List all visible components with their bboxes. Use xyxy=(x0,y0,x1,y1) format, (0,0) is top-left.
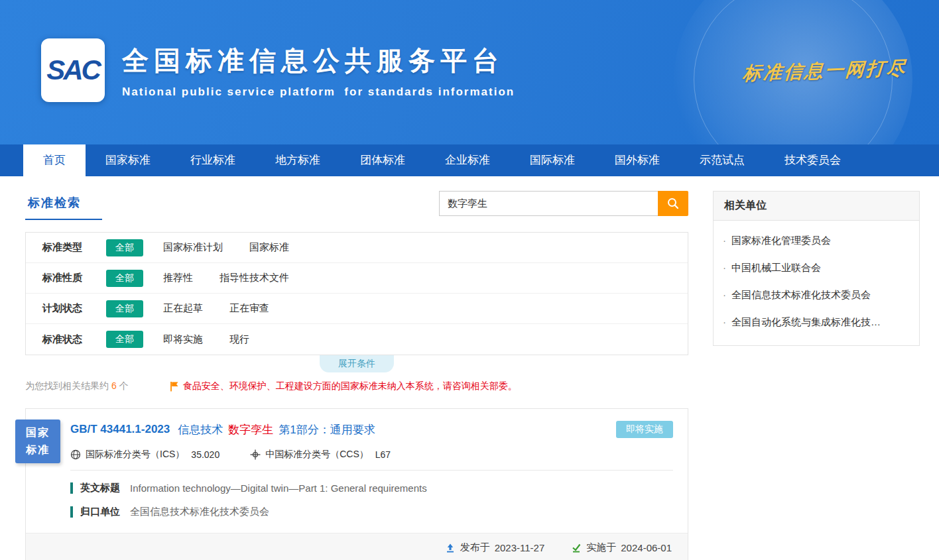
department-row: 归口单位 全国信息技术标准化技术委员会 xyxy=(70,506,673,518)
tab-standard-search[interactable]: 标准检索 xyxy=(25,191,102,220)
related-unit-link[interactable]: 国家标准化管理委员会 xyxy=(714,227,919,254)
search-input[interactable] xyxy=(439,191,658,216)
title-segment: 信息技术 xyxy=(178,423,223,436)
department-value: 全国信息技术标准化技术委员会 xyxy=(130,506,269,518)
filter-all-button[interactable]: 全部 xyxy=(106,239,143,256)
filter-panel: 标准类型 全部 国家标准计划 国家标准 标准性质 全部 推荐性 指导性技术文件 … xyxy=(25,232,688,355)
result-card: 国家 标准 GB/T 43441.1-2023 信息技术数字孪生第1部分：通用要… xyxy=(25,408,688,560)
site-title: 全国标准信息公共服务平台 xyxy=(122,42,515,79)
site-subtitle: National public service platform for sta… xyxy=(122,85,515,99)
filter-label: 标准性质 xyxy=(42,272,106,284)
filter-label: 标准类型 xyxy=(42,241,106,254)
standard-type-badge: 国家 标准 xyxy=(15,420,60,463)
notice-text: 食品安全、环境保护、工程建设方面的国家标准未纳入本系统，请咨询相关部委。 xyxy=(183,380,517,392)
filter-option[interactable]: 推荐性 xyxy=(163,272,193,284)
nav-item-international-standards[interactable]: 国际标准 xyxy=(510,144,595,176)
nav-item-industry-standards[interactable]: 行业标准 xyxy=(170,144,255,176)
result-count-prefix: 为您找到相关结果约 xyxy=(25,380,109,391)
search-button[interactable] xyxy=(658,191,688,216)
english-title-row: 英文标题 Information technology—Digital twin… xyxy=(70,482,673,494)
filter-row-standard-type: 标准类型 全部 国家标准计划 国家标准 xyxy=(26,233,688,263)
department-label: 归口单位 xyxy=(80,506,120,518)
badge-line-1: 国家 xyxy=(26,424,50,441)
filter-label: 计划状态 xyxy=(42,302,106,315)
implement-label: 实施于 xyxy=(586,541,616,554)
implement-date-item: 实施于 2024-06-01 xyxy=(571,541,672,554)
main-nav: 首页 国家标准 行业标准 地方标准 团体标准 企业标准 国际标准 国外标准 示范… xyxy=(0,144,939,176)
filter-row-standard-nature: 标准性质 全部 推荐性 指导性技术文件 xyxy=(26,263,688,294)
english-title-label: 英文标题 xyxy=(80,482,120,494)
result-count-suffix: 个 xyxy=(119,380,129,391)
search-term-highlight: 数字孪生 xyxy=(228,423,273,436)
publish-date-item: 发布于 2023-11-27 xyxy=(445,541,545,554)
implement-check-icon xyxy=(571,543,582,553)
english-title-value: Information technology—Digital twin—Part… xyxy=(130,482,427,494)
filter-row-plan-status: 计划状态 全部 正在起草 正在审查 xyxy=(26,294,688,324)
filter-row-standard-status: 标准状态 全部 即将实施 现行 xyxy=(26,324,688,355)
result-count: 为您找到相关结果约6个 xyxy=(25,380,129,392)
implement-date: 2024-06-01 xyxy=(621,542,672,553)
filter-all-button[interactable]: 全部 xyxy=(106,300,143,317)
filter-option[interactable]: 正在起草 xyxy=(163,302,203,315)
filter-all-button[interactable]: 全部 xyxy=(106,270,143,287)
filter-option[interactable]: 国家标准 xyxy=(249,241,289,254)
title-segment: 第1部分：通用要求 xyxy=(279,423,375,436)
ccs-label: 中国标准分类号（CCS） xyxy=(265,449,369,461)
nav-item-enterprise-standards[interactable]: 企业标准 xyxy=(425,144,510,176)
nav-item-national-standards[interactable]: 国家标准 xyxy=(86,144,170,176)
publish-label: 发布于 xyxy=(460,541,490,554)
filter-option[interactable]: 指导性技术文件 xyxy=(219,272,289,284)
ics-value: 35.020 xyxy=(191,449,219,460)
related-unit-link[interactable]: 中国机械工业联合会 xyxy=(714,254,919,282)
system-notice: 食品安全、环境保护、工程建设方面的国家标准未纳入本系统，请咨询相关部委。 xyxy=(170,380,517,392)
ics-label: 国际标准分类号（ICS） xyxy=(86,449,184,461)
search-icon xyxy=(666,197,680,210)
filter-label: 标准状态 xyxy=(42,333,106,346)
standard-code-link[interactable]: GB/T 43441.1-2023 xyxy=(70,423,170,436)
sac-logo-text: SAC xyxy=(46,54,99,86)
related-units-list: 国家标准化管理委员会 中国机械工业联合会 全国信息技术标准化技术委员会 全国自动… xyxy=(714,221,919,345)
status-badge: 即将实施 xyxy=(616,421,673,438)
globe-icon xyxy=(70,449,81,460)
nav-item-local-standards[interactable]: 地方标准 xyxy=(255,144,340,176)
filter-all-button[interactable]: 全部 xyxy=(106,331,143,348)
related-units-panel: 相关单位 国家标准化管理委员会 中国机械工业联合会 全国信息技术标准化技术委员会… xyxy=(713,191,920,346)
nav-item-foreign-standards[interactable]: 国外标准 xyxy=(595,144,680,176)
search-box xyxy=(439,191,688,216)
nav-item-technical-committee[interactable]: 技术委员会 xyxy=(765,144,861,176)
related-unit-link[interactable]: 全国信息技术标准化技术委员会 xyxy=(714,282,919,309)
related-units-title: 相关单位 xyxy=(714,192,919,221)
publish-date: 2023-11-27 xyxy=(495,542,545,553)
result-count-number: 6 xyxy=(111,380,117,391)
classification-icon xyxy=(250,449,261,460)
filter-option[interactable]: 正在审查 xyxy=(229,302,269,315)
standard-title-link[interactable]: 信息技术数字孪生第1部分：通用要求 xyxy=(178,422,380,437)
filter-option[interactable]: 现行 xyxy=(229,333,249,346)
ccs-value: L67 xyxy=(375,449,391,460)
result-card-footer: 发布于 2023-11-27 实施于 2024-06-01 xyxy=(26,533,688,560)
filter-option[interactable]: 即将实施 xyxy=(163,333,203,346)
flag-icon xyxy=(170,381,179,392)
sac-logo: SAC xyxy=(41,38,105,102)
related-unit-link[interactable]: 全国自动化系统与集成标准化技… xyxy=(714,309,919,336)
badge-line-2: 标准 xyxy=(26,441,50,459)
accent-bar xyxy=(70,506,73,518)
publish-icon xyxy=(445,543,456,553)
accent-bar xyxy=(70,482,73,494)
nav-item-pilot-demonstration[interactable]: 示范试点 xyxy=(680,144,765,176)
site-header: SAC 全国标准信息公共服务平台 National public service… xyxy=(0,0,939,144)
nav-item-group-standards[interactable]: 团体标准 xyxy=(340,144,425,176)
filter-option[interactable]: 国家标准计划 xyxy=(163,241,223,254)
nav-item-home[interactable]: 首页 xyxy=(23,144,86,176)
expand-conditions-button[interactable]: 展开条件 xyxy=(320,355,394,372)
